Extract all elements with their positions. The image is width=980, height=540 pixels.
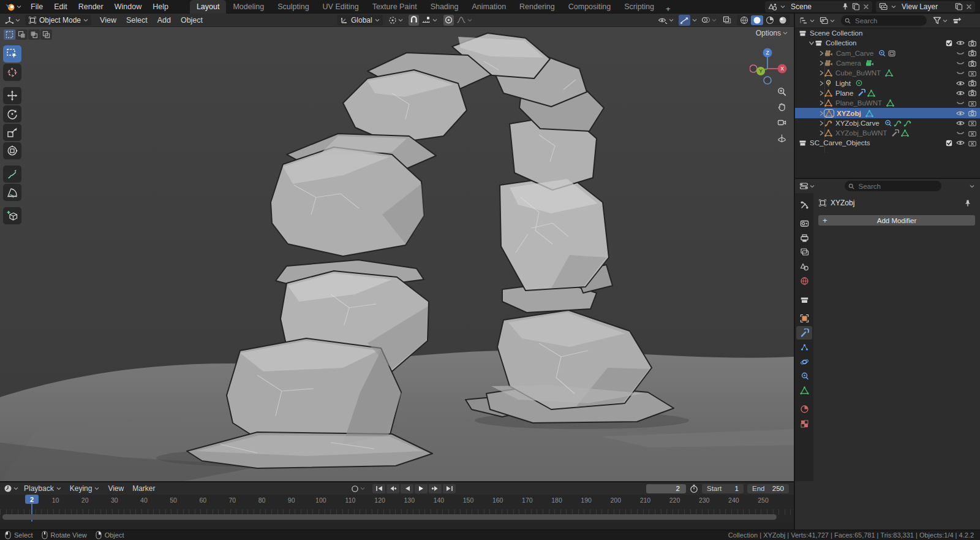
outliner-row-scene-collection[interactable]: Scene Collection [795, 28, 980, 38]
outliner-row-plane-buwnt[interactable]: Plane_BuWNT [795, 98, 980, 108]
stopwatch-icon[interactable] [690, 484, 698, 493]
properties-tab-texture[interactable] [796, 417, 812, 430]
workspace-tab-layout[interactable]: Layout [190, 0, 227, 13]
camera-x-toggle[interactable] [968, 120, 976, 126]
expand-arrow-icon[interactable] [818, 90, 824, 96]
frame-end-field[interactable]: End250 [747, 484, 789, 493]
new-scene-icon[interactable] [852, 2, 860, 10]
camera-toggle[interactable] [968, 80, 976, 86]
tool-annotate-button[interactable] [3, 165, 21, 183]
proportional-editing-toggle[interactable] [443, 15, 454, 26]
viewport-menu-view[interactable]: View [95, 13, 121, 27]
menu-render[interactable]: Render [73, 0, 109, 13]
eye-closed-toggle[interactable] [956, 100, 965, 106]
tool-scale-button[interactable] [3, 124, 21, 141]
eye-open-toggle[interactable] [956, 120, 965, 126]
pivot-point-dropdown[interactable] [387, 15, 404, 26]
menu-file[interactable]: File [25, 0, 48, 13]
timeline-menu-view[interactable]: View [104, 484, 128, 493]
blender-menu-button[interactable] [0, 2, 25, 11]
camera-x-toggle[interactable] [968, 140, 976, 146]
pin-icon[interactable] [964, 199, 971, 207]
outliner-editor-type-button[interactable] [798, 15, 816, 26]
timeline-ruler[interactable]: 2 10203040506070809010011012013014015016… [0, 495, 794, 522]
timeline-menu-marker[interactable]: Marker [128, 484, 159, 493]
menu-window[interactable]: Window [109, 0, 147, 13]
expand-arrow-icon[interactable] [818, 120, 824, 126]
properties-tab-scene[interactable] [796, 260, 812, 273]
outliner-row-xyzobj[interactable]: XYZobj [795, 108, 980, 118]
tool-rotate-button[interactable] [3, 105, 21, 123]
properties-tab-data[interactable] [796, 384, 812, 397]
jump-to-end-button[interactable] [443, 484, 456, 493]
properties-search-input[interactable] [858, 182, 938, 191]
eye-open-toggle[interactable] [956, 110, 965, 116]
eye-closed-toggle[interactable] [956, 50, 965, 56]
select-intersect-button[interactable] [40, 29, 52, 40]
remove-view-layer-icon[interactable] [966, 4, 972, 10]
camera-view-button[interactable] [776, 116, 787, 127]
camera-toggle[interactable] [968, 60, 976, 67]
pin-icon[interactable] [842, 2, 849, 10]
select-set-button[interactable] [4, 29, 15, 40]
editor-type-button[interactable] [4, 15, 21, 26]
eye-open-toggle[interactable] [956, 140, 965, 146]
outliner-row-cube-buwnt[interactable]: Cube_BuWNT [795, 68, 980, 78]
tool-transform-button[interactable] [3, 142, 21, 159]
overlays-dropdown[interactable] [700, 15, 718, 26]
properties-tab-world[interactable] [796, 275, 812, 288]
workspace-tab-shading[interactable]: Shading [424, 0, 466, 13]
outliner-display-mode-button[interactable] [818, 15, 836, 26]
outliner-search-input[interactable] [854, 17, 923, 25]
workspace-tab-sculpting[interactable]: Sculpting [271, 0, 315, 13]
play-reverse-button[interactable] [401, 484, 413, 493]
properties-options-button[interactable] [970, 184, 974, 188]
current-frame-field[interactable]: 2 [646, 484, 686, 493]
workspace-tab-rendering[interactable]: Rendering [513, 0, 562, 13]
shading-material-button[interactable] [764, 15, 776, 25]
properties-tab-constraints[interactable] [796, 370, 812, 383]
expand-arrow-icon[interactable] [818, 80, 824, 86]
properties-search[interactable] [845, 181, 941, 191]
properties-tab-modifiers[interactable] [796, 326, 812, 340]
shading-wireframe-button[interactable] [738, 15, 750, 25]
outliner-row-xyzobj-buwnt[interactable]: XYZobj_BuWNT [795, 128, 980, 138]
timeline-menu-keying[interactable]: Keying [66, 484, 104, 493]
current-frame-badge[interactable]: 2 [25, 495, 39, 504]
eye-closed-toggle[interactable] [956, 60, 965, 66]
menu-help[interactable]: Help [147, 0, 174, 13]
expand-arrow-icon[interactable] [818, 110, 824, 116]
xray-toggle[interactable] [722, 15, 733, 26]
select-extend-button[interactable] [16, 29, 28, 40]
camera-toggle[interactable] [968, 110, 976, 116]
gizmos-dropdown[interactable] [679, 15, 690, 26]
outliner-row-camera[interactable]: Camera [795, 58, 980, 68]
menu-edit[interactable]: Edit [48, 0, 73, 13]
auto-keying-toggle[interactable] [350, 483, 366, 494]
outliner-filter-button[interactable] [932, 15, 949, 26]
shading-rendered-button[interactable] [777, 15, 789, 25]
viewport-options-button[interactable]: Options [756, 29, 788, 37]
camera-x-toggle[interactable] [968, 130, 976, 137]
object-visibility-dropdown[interactable] [657, 15, 675, 26]
proportional-falloff-dropdown[interactable] [455, 15, 473, 26]
tool-select-box-button[interactable] [3, 45, 21, 63]
timeline-menu-playback[interactable]: Playback [20, 484, 66, 493]
properties-tab-particles[interactable] [796, 341, 812, 354]
eye-open-toggle[interactable] [956, 80, 965, 86]
tool-move-button[interactable] [3, 87, 21, 104]
frame-start-field[interactable]: Start1 [702, 484, 744, 493]
viewport-menu-add[interactable]: Add [153, 13, 176, 27]
select-subtract-button[interactable] [28, 29, 40, 40]
properties-tab-collection[interactable] [796, 293, 812, 306]
collapse-arrow-icon[interactable] [809, 40, 815, 46]
outliner-row-plane[interactable]: Plane [795, 88, 980, 98]
viewport-3d[interactable]: Options Z Y X [0, 27, 794, 481]
viewport-menu-object[interactable]: Object [176, 13, 208, 27]
new-collection-button[interactable] [951, 15, 963, 26]
check-toggle[interactable] [946, 140, 952, 146]
outliner-row-xyzobj-carve[interactable]: XYZobj.Carve [795, 118, 980, 128]
properties-tab-output[interactable] [796, 231, 812, 245]
mode-dropdown[interactable]: Object Mode [25, 15, 91, 26]
play-button[interactable] [415, 484, 428, 493]
